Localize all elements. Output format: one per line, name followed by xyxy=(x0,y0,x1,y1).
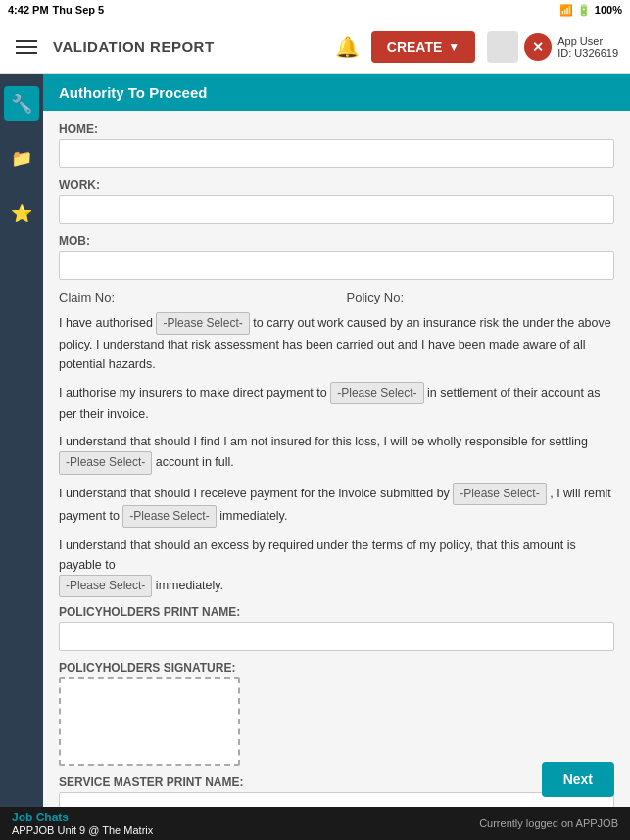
sidebar-item-star[interactable]: ⭐ xyxy=(4,196,39,231)
form-body: HOME: WORK: MOB: Claim No: Policy No: xyxy=(43,111,630,807)
para3-pre: I understand that should I find I am not… xyxy=(59,435,588,448)
battery-icon: 🔋 xyxy=(577,4,591,17)
para2-pre: I authorise my insurers to make direct p… xyxy=(59,386,327,399)
logged-in-status: Currently logged on APPJOB xyxy=(479,817,618,829)
policyholders-signature-label: POLICYHOLDERS SIGNATURE: xyxy=(59,661,614,675)
main-content: Authority To Proceed HOME: WORK: MOB: xyxy=(43,74,630,807)
layout: 🔧 📁 ⭐ Authority To Proceed HOME: WORK: xyxy=(0,74,630,807)
user-id: ID: U326619 xyxy=(557,47,618,59)
status-day: Thu Sep 5 xyxy=(53,4,105,16)
section-title: Authority To Proceed xyxy=(59,84,207,101)
paragraph-5: I understand that should an excess by re… xyxy=(59,536,614,597)
mob-label: MOB: xyxy=(59,234,614,248)
create-button[interactable]: CREATE ▼ xyxy=(371,31,475,63)
mob-input[interactable] xyxy=(59,251,614,280)
job-name: APPJOB Unit 9 @ The Matrix xyxy=(12,824,153,836)
paragraph-1: I have authorised -Please Select- to car… xyxy=(59,312,614,374)
para4-select2[interactable]: -Please Select- xyxy=(122,505,216,528)
hamburger-line-1 xyxy=(16,40,37,42)
status-bar: 4:42 PM Thu Sep 5 📶 🔋 100% xyxy=(0,0,630,20)
mob-field-group: MOB: xyxy=(59,234,614,280)
service-master-name-group: SERVICE MASTER PRINT NAME: xyxy=(59,775,614,807)
claim-no-label: Claim No: xyxy=(59,290,115,304)
home-field-group: HOME: xyxy=(59,122,614,168)
policyholders-signature-group: POLICYHOLDERS SIGNATURE: xyxy=(59,661,614,766)
paragraph-3: I understand that should I find I am not… xyxy=(59,432,614,474)
policyholders-signature-box[interactable] xyxy=(59,677,240,766)
work-field-group: WORK: xyxy=(59,178,614,224)
wifi-icon: 📶 xyxy=(559,4,573,17)
battery-percent: 100% xyxy=(595,4,622,16)
service-master-name-label: SERVICE MASTER PRINT NAME: xyxy=(59,775,614,789)
hamburger-button[interactable] xyxy=(12,36,41,58)
para4-post2: immediately. xyxy=(219,509,287,523)
home-input[interactable] xyxy=(59,139,614,168)
notification-bell-button[interactable]: 🔔 xyxy=(335,35,360,59)
star-icon: ⭐ xyxy=(11,203,32,224)
para5-post: immediately. xyxy=(156,579,223,592)
user-info: App User ID: U326619 xyxy=(557,35,618,59)
para5-select[interactable]: -Please Select- xyxy=(59,575,152,597)
paragraph-2: I authorise my insurers to make direct p… xyxy=(59,382,614,424)
user-area: ✕ App User ID: U326619 xyxy=(487,31,618,63)
help-icon: ✕ xyxy=(524,33,552,61)
next-button[interactable]: Next xyxy=(542,762,614,797)
para1-pre: I have authorised xyxy=(59,316,153,330)
page-title: VALIDATION REPORT xyxy=(53,38,323,55)
bottom-left: Job Chats APPJOB Unit 9 @ The Matrix xyxy=(12,811,153,836)
para4-pre: I understand that should I receieve paym… xyxy=(59,487,450,500)
work-label: WORK: xyxy=(59,178,614,192)
policyholders-name-input[interactable] xyxy=(59,622,614,651)
paragraph-4: I understand that should I receieve paym… xyxy=(59,483,614,528)
para3-select[interactable]: -Please Select- xyxy=(59,451,152,474)
policyholders-name-label: POLICYHOLDERS PRINT NAME: xyxy=(59,605,614,619)
para5-pre: I understand that should an excess by re… xyxy=(59,538,576,572)
work-input[interactable] xyxy=(59,195,614,224)
policy-no-item: Policy No: xyxy=(347,290,615,304)
para1-select1[interactable]: -Please Select- xyxy=(156,312,249,335)
para3-post: account in full. xyxy=(156,455,234,469)
section-header: Authority To Proceed xyxy=(43,74,630,111)
hamburger-line-3 xyxy=(16,52,37,54)
sidebar-item-tools[interactable]: 🔧 xyxy=(4,86,39,121)
status-time: 4:42 PM xyxy=(8,4,49,16)
para2-select[interactable]: -Please Select- xyxy=(330,382,423,404)
policyholders-name-group: POLICYHOLDERS PRINT NAME: xyxy=(59,605,614,651)
job-chats-link[interactable]: Job Chats xyxy=(12,811,153,824)
claim-policy-row: Claim No: Policy No: xyxy=(59,290,614,304)
home-label: HOME: xyxy=(59,122,614,136)
user-name: App User xyxy=(557,35,618,47)
para4-select1[interactable]: -Please Select- xyxy=(453,483,546,505)
claim-no-item: Claim No: xyxy=(59,290,327,304)
bottom-bar: Job Chats APPJOB Unit 9 @ The Matrix Cur… xyxy=(0,807,630,840)
sidebar-item-folder[interactable]: 📁 xyxy=(4,141,39,176)
avatar xyxy=(487,31,518,63)
service-master-name-input[interactable] xyxy=(59,792,614,807)
header: VALIDATION REPORT 🔔 CREATE ▼ ✕ App User … xyxy=(0,20,630,74)
wrench-icon: 🔧 xyxy=(11,93,32,115)
hamburger-line-2 xyxy=(16,46,37,48)
sidebar: 🔧 📁 ⭐ xyxy=(0,74,43,807)
policy-no-label: Policy No: xyxy=(347,290,405,304)
folder-icon: 📁 xyxy=(11,148,32,169)
chevron-down-icon: ▼ xyxy=(448,40,460,54)
